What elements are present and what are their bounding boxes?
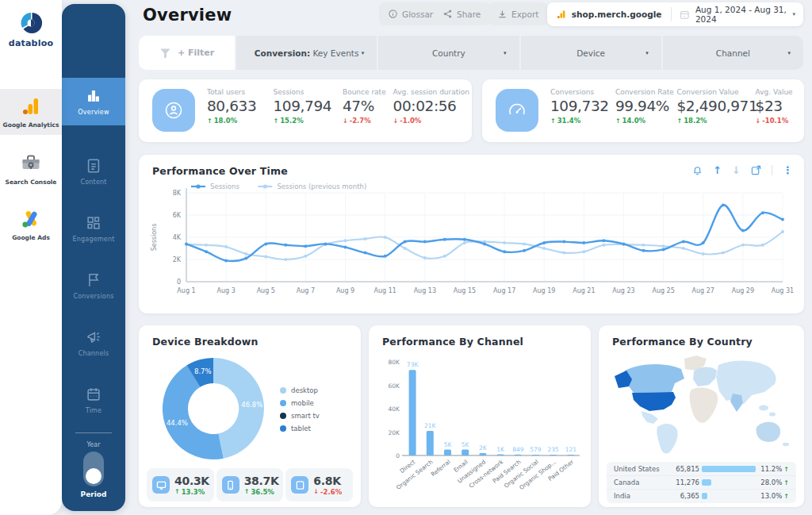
dropdown-label: Key Events (310, 48, 358, 58)
country-name: India (614, 492, 671, 500)
user-circle-icon (163, 99, 185, 121)
svg-text:121: 121 (565, 446, 577, 453)
delta-arrow-icon: ↑ (174, 488, 180, 495)
property-selector[interactable]: shop.merch.google (572, 10, 662, 19)
sort-down-icon[interactable]: ↓ (732, 165, 741, 175)
sidebar-item-google-analytics[interactable]: Google Analytics (0, 89, 62, 135)
toggle-label-year: Year (62, 441, 125, 448)
delta-arrow-icon: ↓ (393, 117, 399, 125)
svg-text:80K: 80K (389, 359, 401, 366)
delta-value: 18.0% (214, 117, 238, 125)
add-filter-button[interactable]: + Filter (139, 36, 235, 70)
databloo-logo: databloo (0, 11, 62, 48)
grid-icon (85, 214, 102, 232)
desktop-icon-badge (152, 476, 170, 494)
channel-bar-chart: 020K40K60K80K73KDirect21KOrganic Search5… (375, 349, 584, 505)
country-bar (702, 479, 711, 486)
device-stat-desktop: 40.3K ↑13.3% (147, 468, 214, 502)
kpi-card-conversions: Conversions 109,732 ↑31.4% Conversion Ra… (482, 79, 804, 142)
dropdown-label: Country (432, 48, 465, 58)
chevron-down-icon: ▾ (362, 50, 365, 56)
country-name: United States (614, 465, 671, 473)
share-button[interactable]: Share (434, 2, 490, 25)
share-label: Share (457, 10, 481, 19)
table-row-canada: Canada 11,276 28.0%↑ (607, 475, 796, 489)
svg-text:Aug 7: Aug 7 (297, 287, 315, 294)
nav-item-conversions[interactable]: Conversions (62, 271, 125, 300)
delta-value: -2.7% (350, 117, 371, 125)
svg-text:Sessions (previous month): Sessions (previous month) (277, 183, 366, 190)
export-button[interactable]: Export (488, 2, 548, 25)
country-pct: 13.0% (760, 492, 782, 500)
metric-label: Sessions (273, 88, 342, 96)
nav-divider (75, 432, 112, 433)
filter-dropdown-device[interactable]: Device ▾ (521, 36, 661, 70)
svg-text:Sessions: Sessions (151, 224, 158, 252)
delta-value: -1.0% (400, 117, 421, 125)
legend-label: smart tv (291, 412, 320, 420)
sidebar-item-google-ads[interactable]: Google Ads (0, 202, 62, 248)
gauge-icon (506, 99, 528, 121)
dropdown-label-bold: Conversion: (255, 48, 310, 58)
nav-item-content[interactable]: Content (62, 157, 125, 186)
legend-dot (280, 425, 286, 432)
nav-item-label: Overview (62, 109, 125, 116)
delta-arrow-icon: ↑ (550, 117, 556, 125)
app-sidebar: databloo Google Analytics Search Console… (0, 0, 62, 515)
more-options-icon[interactable]: ⋮ (783, 165, 793, 175)
nav-item-channels[interactable]: Channels (62, 329, 125, 357)
sort-up-icon[interactable]: ↑ (713, 165, 722, 175)
device-stat-value: 38.7K (244, 475, 279, 487)
metric-label: Conversions (550, 88, 615, 96)
filter-bar: + Filter Conversion: Key Events ▾ Countr… (139, 36, 803, 70)
metric-delta: ↓-1.0% (393, 117, 465, 125)
performance-by-channel-card: Performance By Channel 020K40K60K80K73KD… (369, 325, 591, 507)
legend-item-desktop: desktop (280, 386, 320, 394)
nav-item-engagement[interactable]: Engagement (62, 214, 125, 243)
svg-text:Referral: Referral (430, 458, 452, 478)
date-range-picker[interactable]: Aug 1, 2024 - Aug 31, 2024 (695, 5, 793, 24)
export-chart-icon[interactable] (751, 165, 761, 175)
sidebar-item-search-console[interactable]: Search Console (0, 146, 62, 192)
chevron-down-icon[interactable]: ▾ (792, 11, 795, 17)
filter-dropdown-channel[interactable]: Channel ▾ (663, 36, 803, 70)
country-table: United States 65,815 11.2%↑ Canada 11,27… (607, 462, 796, 503)
metric-delta: ↑18.2% (676, 117, 755, 125)
search-console-icon (21, 153, 41, 174)
nav-item-label: Channels (62, 350, 125, 357)
delta-arrow-icon: ↑ (676, 117, 682, 125)
tablet-icon (295, 480, 305, 490)
nav-item-time[interactable]: Time (62, 386, 125, 414)
delta-arrow-icon: ↑ (615, 117, 621, 125)
filter-dropdown-country[interactable]: Country ▾ (378, 36, 519, 70)
metric-label: Avg. Value (756, 88, 798, 96)
svg-text:Aug 31: Aug 31 (772, 287, 794, 294)
up-arrow-icon: ↑ (783, 479, 789, 486)
toggle-knob[interactable] (86, 468, 102, 484)
device-stat-tablet: 6.8K ↓-2.6% (285, 468, 353, 502)
metric-delta: ↑31.4% (550, 117, 615, 125)
property-date-card: shop.merch.google Aug 1, 2024 - Aug 31, … (547, 2, 803, 26)
svg-text:Aug 25: Aug 25 (652, 287, 674, 294)
analytics-property-icon (557, 9, 566, 20)
year-period-toggle[interactable] (83, 452, 104, 486)
legend-item-tablet: tablet (280, 425, 320, 432)
google-ads-icon (21, 209, 41, 229)
sidebar-item-label: Google Ads (0, 234, 62, 241)
svg-text:44.4%: 44.4% (167, 419, 188, 427)
glossary-label: Glossary (402, 10, 438, 19)
alert-bell-icon[interactable] (692, 165, 703, 175)
bar-chart-icon (85, 87, 102, 105)
nav-item-overview[interactable]: Overview (62, 78, 125, 125)
svg-text:Aug 1: Aug 1 (177, 287, 195, 294)
metric-delta: ↑15.2% (273, 117, 342, 125)
country-value: 11,276 (671, 478, 702, 486)
filter-dropdown-conversion[interactable]: Conversion: Key Events ▾ (236, 36, 377, 70)
funnel-icon (159, 48, 171, 59)
toggle-label-period: Period (62, 490, 125, 498)
chart-toolbar: ↑ ↓ ⋮ (692, 165, 793, 175)
sidebar-item-label: Search Console (0, 179, 62, 186)
chevron-down-icon: ▾ (645, 50, 649, 56)
svg-text:2K: 2K (173, 256, 182, 263)
nav-item-label: Engagement (62, 236, 125, 243)
